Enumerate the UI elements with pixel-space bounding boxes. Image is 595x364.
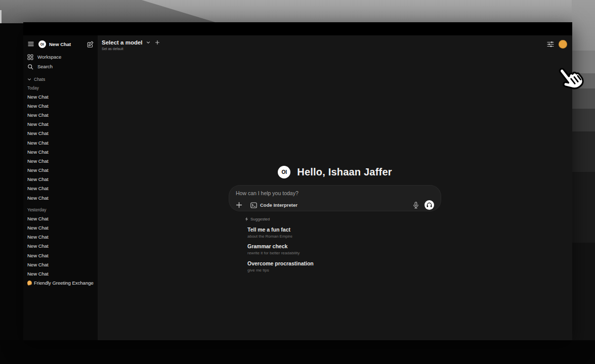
chat-list-item[interactable]: New Chat: [27, 223, 94, 232]
sidebar-item-workspace[interactable]: Workspace: [27, 52, 94, 62]
sidebar-item-label: Workspace: [37, 54, 61, 60]
headphones-icon: [427, 202, 432, 208]
chat-group-label: Today: [27, 84, 94, 92]
search-icon: [27, 64, 33, 70]
chat-list-item[interactable]: New Chat: [27, 129, 94, 138]
microphone-icon[interactable]: [413, 202, 419, 209]
greeting-text: Hello, Ishaan Jaffer: [297, 166, 392, 178]
suggested-list: Tell me a fun factabout the Roman Empire…: [245, 226, 441, 272]
suggestion-title: Tell me a fun fact: [247, 226, 441, 233]
chat-title: Friendly Greeting Exchange: [34, 280, 94, 286]
chat-list-item-friendly-greeting[interactable]: Friendly Greeting Exchange: [27, 279, 94, 288]
chats-section-toggle[interactable]: Chats: [27, 76, 94, 83]
message-composer[interactable]: Code Interpreter: [229, 185, 441, 211]
model-selector[interactable]: Select a model Set as default: [102, 39, 160, 51]
greeting: OI Hello, Ishaan Jaffer: [229, 165, 441, 179]
message-input[interactable]: [236, 190, 434, 196]
chat-list-item[interactable]: New Chat: [27, 214, 94, 223]
chat-list-item[interactable]: New Chat: [27, 138, 94, 147]
chat-list-item[interactable]: New Chat: [27, 166, 94, 175]
sidebar-header: OI New Chat: [27, 39, 94, 49]
terminal-icon: [250, 202, 257, 208]
workspace-grid-icon: [27, 54, 33, 60]
wallpaper-right-band: [572, 0, 595, 364]
code-interpreter-label: Code Interpreter: [260, 202, 298, 208]
chat-list-item[interactable]: New Chat: [27, 92, 94, 101]
app-logo-icon: OI: [38, 40, 46, 48]
chat-group-label: Yesterday: [27, 206, 94, 214]
chat-groups: TodayNew ChatNew ChatNew ChatNew ChatNew…: [27, 84, 94, 279]
chat-list-item[interactable]: New Chat: [27, 193, 94, 202]
suggestion-subtitle: give me tips: [247, 268, 441, 272]
chat-list-item[interactable]: New Chat: [27, 175, 94, 184]
sidebar: OI New Chat Workspace Search: [23, 35, 98, 340]
model-selector-label[interactable]: Select a model: [102, 39, 143, 46]
suggestion-subtitle: about the Roman Empire: [247, 234, 441, 239]
chat-list-item[interactable]: New Chat: [27, 251, 94, 260]
chat-list-item[interactable]: New Chat: [27, 242, 94, 251]
chat-welcome-column: OI Hello, Ishaan Jaffer: [229, 165, 441, 272]
chat-list-item[interactable]: New Chat: [27, 156, 94, 165]
bolt-icon: [245, 217, 248, 221]
window-titlebar: [23, 22, 572, 35]
suggested-header: Suggested: [245, 216, 441, 221]
sidebar-item-search[interactable]: Search: [27, 62, 94, 71]
chat-list-item[interactable]: New Chat: [27, 233, 94, 242]
suggestion-title: Grammar check: [247, 243, 441, 250]
chats-section-label: Chats: [34, 77, 45, 82]
suggestion-title: Overcome procrastination: [247, 260, 441, 267]
topbar-right-controls: [547, 40, 567, 49]
code-interpreter-toggle[interactable]: Code Interpreter: [250, 202, 298, 208]
suggestion-item[interactable]: Grammar checkrewrite it for better reada…: [245, 243, 441, 255]
chevron-down-icon: [27, 77, 31, 81]
add-model-icon[interactable]: [155, 40, 160, 45]
suggestion-item[interactable]: Tell me a fun factabout the Roman Empire: [245, 226, 441, 239]
suggested-label: Suggested: [250, 217, 270, 221]
voice-call-button[interactable]: [424, 200, 434, 210]
chat-list-item[interactable]: New Chat: [27, 120, 94, 129]
settings-sliders-icon[interactable]: [547, 41, 554, 48]
sidebar-brand-label[interactable]: New Chat: [49, 41, 87, 47]
wallpaper-left-sliver: [0, 10, 2, 23]
chat-list-item[interactable]: New Chat: [27, 110, 94, 119]
chevron-down-icon: [146, 40, 151, 45]
new-chat-icon[interactable]: [87, 41, 94, 48]
wallpaper-bottom-band: [0, 340, 595, 364]
main-topbar: Select a model Set as default: [98, 35, 572, 58]
chat-list-item[interactable]: New Chat: [27, 147, 94, 156]
main-area: Select a model Set as default: [98, 35, 572, 340]
app-logo-icon: OI: [278, 166, 290, 178]
suggestion-item[interactable]: Overcome procrastinationgive me tips: [245, 260, 441, 272]
sidebar-item-label: Search: [37, 64, 53, 69]
user-avatar[interactable]: [559, 40, 567, 49]
chat-list-item[interactable]: New Chat: [27, 101, 94, 110]
waving-hand-emoji-icon: [27, 280, 32, 286]
chat-list-item[interactable]: New Chat: [27, 269, 94, 278]
set-as-default-link[interactable]: Set as default: [102, 47, 160, 51]
open-webui-app: OI New Chat Workspace Search: [23, 35, 572, 340]
browser-window: OI New Chat Workspace Search: [23, 22, 572, 340]
chat-list-item[interactable]: New Chat: [27, 184, 94, 193]
attach-plus-icon[interactable]: [236, 202, 242, 208]
sidebar-toggle-icon[interactable]: [27, 40, 34, 48]
suggestion-subtitle: rewrite it for better readability: [247, 251, 441, 255]
desktop: OI New Chat Workspace Search: [0, 0, 595, 364]
chat-list-item[interactable]: New Chat: [27, 260, 94, 269]
suggested-section: Suggested Tell me a fun factabout the Ro…: [229, 216, 441, 272]
composer-toolbar: Code Interpreter: [236, 200, 434, 210]
